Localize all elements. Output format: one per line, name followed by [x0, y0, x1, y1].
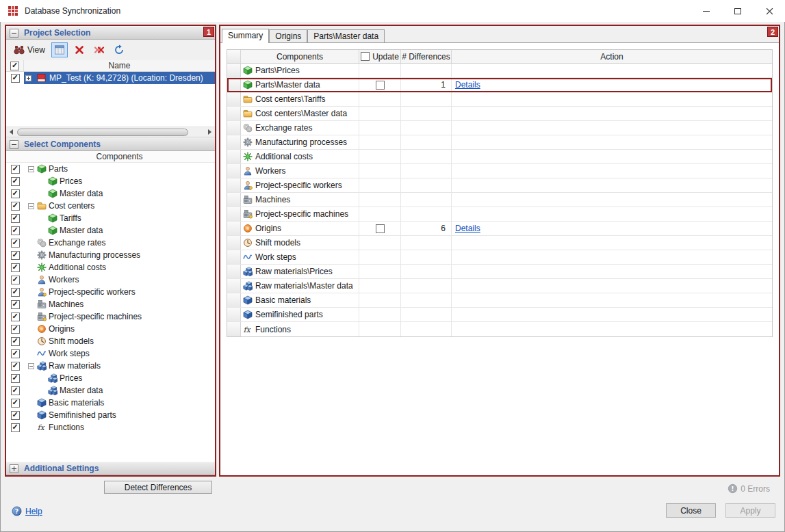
details-link[interactable]: Details — [455, 80, 480, 90]
component-checkbox[interactable] — [11, 325, 20, 334]
tab-parts-master-data[interactable]: Parts\Master data — [307, 29, 385, 42]
scroll-left-button[interactable] — [6, 127, 16, 137]
update-checkbox[interactable] — [376, 224, 385, 233]
tree-expander[interactable] — [28, 166, 34, 172]
scrollbar-thumb[interactable] — [17, 129, 188, 136]
summary-row-manufacturing-processes[interactable]: Manufacturing processes — [227, 135, 772, 150]
summary-row-functions[interactable]: Functions — [227, 322, 772, 336]
component-item-prices[interactable]: Prices — [6, 372, 215, 384]
project-row[interactable]: MP_Test (K: 94,2728) (Location: Dresden) — [6, 72, 215, 84]
component-item-work-steps[interactable]: Work steps — [6, 347, 215, 360]
component-checkbox[interactable] — [11, 362, 20, 371]
component-checkbox[interactable] — [11, 177, 20, 186]
component-item-tariffs[interactable]: Tariffs — [6, 212, 215, 224]
name-column-header[interactable]: Name — [24, 60, 215, 71]
details-link[interactable]: Details — [455, 224, 480, 233]
component-item-workers[interactable]: Workers — [6, 274, 215, 286]
help-link[interactable]: Help — [12, 506, 42, 516]
summary-row-shift-models[interactable]: Shift models — [227, 236, 772, 250]
summary-row-work-steps[interactable]: Work steps — [227, 250, 772, 265]
component-checkbox[interactable] — [11, 202, 20, 211]
component-item-origins[interactable]: Origins — [6, 323, 215, 335]
component-checkbox[interactable] — [11, 337, 20, 346]
close-button[interactable]: Close — [666, 503, 716, 518]
component-item-master-data[interactable]: Master data — [6, 224, 215, 237]
summary-row-parts-prices[interactable]: Parts\Prices — [227, 64, 772, 78]
components-header[interactable]: Components — [241, 50, 359, 63]
summary-row-cost-centers-master-data[interactable]: Cost centers\Master data — [227, 107, 772, 121]
scroll-right-button[interactable] — [205, 127, 215, 137]
action-header[interactable]: Action — [452, 50, 772, 63]
component-checkbox[interactable] — [11, 288, 20, 297]
summary-row-machines[interactable]: Machines — [227, 193, 772, 207]
select-all-projects-checkbox[interactable] — [10, 62, 19, 70]
component-checkbox[interactable] — [11, 386, 20, 395]
summary-row-raw-materials-master-data[interactable]: Raw materials\Master data — [227, 279, 772, 293]
summary-row-semifinished-parts[interactable]: Semifinished parts — [227, 308, 772, 322]
apply-button[interactable]: Apply — [725, 503, 775, 518]
component-checkbox[interactable] — [11, 226, 20, 235]
summary-row-project-specific-machines[interactable]: Project-specific machines — [227, 207, 772, 222]
summary-row-exchange-rates[interactable]: Exchange rates — [227, 121, 772, 135]
component-checkbox[interactable] — [11, 239, 20, 248]
remove-all-selections-button[interactable] — [91, 42, 107, 57]
summary-row-workers[interactable]: Workers — [227, 164, 772, 178]
component-item-functions[interactable]: Functions — [6, 421, 215, 434]
component-item-exchange-rates[interactable]: Exchange rates — [6, 237, 215, 249]
refresh-button[interactable] — [111, 42, 127, 57]
summary-row-cost-centers-tariffs[interactable]: Cost centers\Tariffs — [227, 92, 772, 107]
components-column-header[interactable]: Components — [6, 151, 215, 163]
component-item-cost-centers[interactable]: Cost centers — [6, 200, 215, 212]
component-checkbox[interactable] — [11, 189, 20, 198]
horizontal-scrollbar[interactable] — [6, 127, 215, 137]
component-checkbox[interactable] — [11, 349, 20, 358]
expand-additional-settings-button[interactable] — [10, 464, 18, 473]
component-item-semifinished-parts[interactable]: Semifinished parts — [6, 409, 215, 421]
component-item-project-specific-workers[interactable]: Project-specific workers — [6, 286, 215, 298]
component-item-project-specific-machines[interactable]: Project-specific machines — [6, 310, 215, 323]
view-button[interactable]: View — [11, 42, 48, 57]
differences-header[interactable]: # Differences — [401, 50, 452, 63]
summary-row-basic-materials[interactable]: Basic materials — [227, 293, 772, 308]
project-checkbox[interactable] — [11, 74, 20, 83]
component-item-manufacturing-processes[interactable]: Manufacturing processes — [6, 249, 215, 261]
remove-selection-button[interactable] — [71, 42, 88, 57]
detect-differences-button[interactable]: Detect Differences — [104, 481, 212, 494]
component-item-master-data[interactable]: Master data — [6, 187, 215, 200]
component-item-basic-materials[interactable]: Basic materials — [6, 397, 215, 409]
component-item-additional-costs[interactable]: Additional costs — [6, 261, 215, 274]
component-item-machines[interactable]: Machines — [6, 298, 215, 310]
collapse-project-selection-button[interactable] — [10, 29, 18, 38]
tree-expander[interactable] — [28, 363, 34, 369]
summary-row-additional-costs[interactable]: Additional costs — [227, 150, 772, 164]
component-checkbox[interactable] — [11, 374, 20, 383]
component-item-master-data[interactable]: Master data — [6, 384, 215, 397]
component-checkbox[interactable] — [11, 411, 20, 420]
select-projects-button[interactable] — [51, 42, 68, 57]
component-item-shift-models[interactable]: Shift models — [6, 335, 215, 347]
component-item-raw-materials[interactable]: Raw materials — [6, 360, 215, 372]
summary-row-parts-master-data[interactable]: Parts\Master data1Details — [227, 78, 772, 92]
component-checkbox[interactable] — [11, 165, 20, 174]
scrollbar-track[interactable] — [16, 127, 205, 137]
minimize-button[interactable] — [691, 0, 722, 22]
component-checkbox[interactable] — [11, 399, 20, 408]
tab-summary[interactable]: Summary — [222, 29, 269, 43]
component-item-parts[interactable]: Parts — [6, 163, 215, 175]
update-header[interactable]: Update — [359, 50, 401, 63]
component-checkbox[interactable] — [11, 251, 20, 260]
component-checkbox[interactable] — [11, 423, 20, 432]
expand-project-button[interactable] — [25, 75, 31, 81]
tree-expander[interactable] — [28, 203, 34, 209]
maximize-button[interactable] — [722, 0, 754, 22]
update-all-checkbox[interactable] — [361, 52, 370, 61]
collapse-select-components-button[interactable] — [10, 140, 18, 149]
component-checkbox[interactable] — [11, 263, 20, 272]
update-checkbox[interactable] — [376, 81, 385, 90]
tab-origins[interactable]: Origins — [269, 29, 307, 42]
summary-row-origins[interactable]: Origins6Details — [227, 222, 772, 236]
component-checkbox[interactable] — [11, 300, 20, 309]
summary-row-raw-materials-prices[interactable]: Raw materials\Prices — [227, 265, 772, 279]
component-checkbox[interactable] — [11, 312, 20, 321]
close-window-button[interactable] — [754, 0, 785, 22]
